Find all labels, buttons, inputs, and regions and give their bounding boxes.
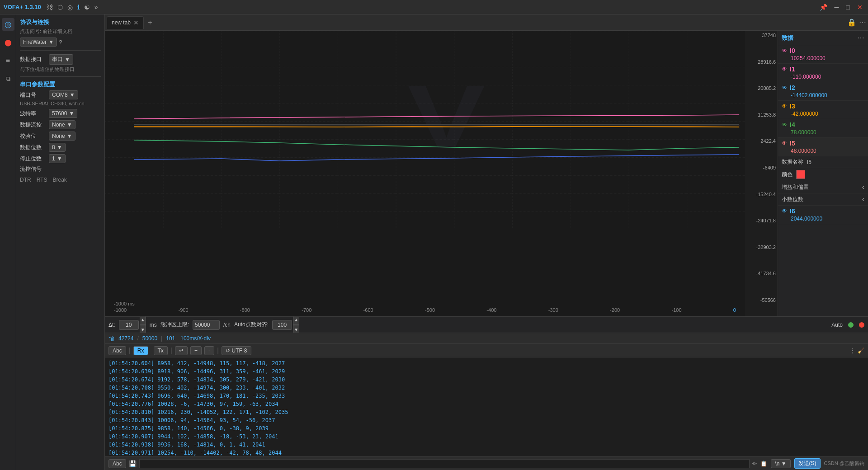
close-icon[interactable]: ✕ (855, 4, 864, 11)
save-icon[interactable]: 💾 (129, 460, 137, 467)
paste-icon[interactable]: 📋 (760, 461, 767, 467)
tab-more-icon[interactable]: ⋯ (859, 18, 866, 27)
pin-icon[interactable]: 📌 (818, 4, 829, 11)
channel-i1-name[interactable]: I1 (790, 66, 795, 73)
interface-dropdown[interactable]: 串口 ▼ (49, 54, 73, 65)
channel-i0-eye[interactable]: 👁 (782, 47, 787, 54)
channel-i5-name[interactable]: I5 (790, 140, 795, 147)
window-controls: 📌 ─ □ ✕ (818, 4, 864, 11)
channel-i4-name[interactable]: I4 (790, 121, 795, 128)
baud-dropdown[interactable]: 57600 ▼ (49, 109, 77, 118)
toolbar-target-icon[interactable]: ◎ (67, 4, 73, 11)
decimal-expand-icon[interactable]: ‹ (862, 195, 864, 203)
databits-dropdown[interactable]: 8 ▼ (49, 143, 66, 152)
interval: 101 (166, 335, 175, 342)
delta-t-input[interactable] (119, 320, 139, 330)
rts-button[interactable]: RTS (37, 177, 47, 183)
x-label-8: -200 (610, 307, 620, 313)
channel-i2-eye[interactable]: 👁 (782, 85, 787, 91)
channel-i3-name[interactable]: I3 (790, 103, 795, 110)
data-panel-header: 数据 ⋯ (778, 31, 868, 45)
auto-points-input[interactable] (272, 320, 292, 330)
x-label-6: -400 (486, 307, 496, 313)
break-button[interactable]: Break (52, 177, 66, 183)
x-label-10: 0 (733, 307, 736, 313)
channel-i0-name[interactable]: I0 (790, 47, 795, 54)
minimize-icon[interactable]: ─ (833, 4, 841, 11)
port-dropdown[interactable]: COM8 ▼ (49, 90, 78, 99)
toolbar-more-icon[interactable]: » (94, 4, 98, 11)
y-label-4: 2422.4 (745, 138, 776, 144)
format-button[interactable]: ↵ (175, 346, 188, 355)
interface-hint: 与下位机通信的物理接口 (20, 66, 101, 73)
brush-icon[interactable]: ✏ (752, 461, 757, 467)
toolbar-image-icon[interactable]: ⬡ (57, 4, 63, 11)
data-panel-more-icon[interactable]: ⋯ (857, 33, 864, 42)
flow-dropdown[interactable]: None ▼ (49, 120, 75, 129)
toolbar-fingerprint-icon[interactable]: ☯ (84, 4, 90, 11)
channel-i6-eye[interactable]: 👁 (782, 208, 787, 214)
serial-config-title[interactable]: 串口参数配置 (20, 80, 101, 89)
y-axis-labels: 37748 28916.6 20085.2 11253.8 2422.4 -64… (745, 31, 778, 316)
sidebar-icon-connection[interactable]: ◎ (2, 18, 14, 31)
icon-sidebar: ◎ ⬤ ≡ ⧉ (0, 14, 16, 470)
help-button[interactable]: ? (59, 39, 62, 46)
newline-button[interactable]: \n ▼ (771, 459, 790, 468)
per-ch-unit: /ch (223, 322, 231, 328)
dtr-button[interactable]: DTR (20, 177, 31, 183)
ms-unit: ms (150, 322, 157, 328)
channel-i3-eye[interactable]: 👁 (782, 103, 787, 109)
decimal-row: 小数位数 ‹ (778, 193, 868, 206)
gain-bias-row: 增益和偏置 ‹ (778, 181, 868, 193)
tab-bar-actions: 🔒 ⋯ (847, 18, 866, 27)
connection-section-title[interactable]: 协议与连接 (20, 18, 101, 26)
color-swatch[interactable] (796, 170, 805, 179)
console-input-field[interactable] (139, 459, 750, 468)
console-separator-4: | (217, 347, 219, 355)
buffer-input[interactable] (193, 320, 220, 330)
channel-i1-eye[interactable]: 👁 (782, 66, 787, 72)
trash-icon[interactable]: 🗑 (108, 335, 115, 342)
lock-icon[interactable]: 🔒 (847, 18, 856, 27)
x-div-label: 100ms/X-div (180, 335, 211, 342)
titlebar: VOFA+ 1.3.10 ⛓ ⬡ ◎ ℹ ☯ » 📌 ─ □ ✕ (0, 0, 868, 14)
protocol-dropdown[interactable]: FireWater ▼ (20, 38, 57, 47)
x-label-0: -1000 (114, 307, 127, 313)
console-more-icon[interactable]: ⋮ (849, 348, 855, 354)
red-indicator (859, 322, 864, 328)
channel-i5-eye[interactable]: 👁 (782, 140, 787, 146)
channel-i6-name[interactable]: I6 (790, 207, 795, 215)
channel-i2-name[interactable]: I2 (790, 84, 795, 91)
tx-button[interactable]: Tx (154, 346, 168, 355)
console-toolbar: Abc | Rx Tx | ↵ + - | ↺ UTF-8 ⋮ 🧹 (105, 344, 868, 357)
channel-i4-value: 78.000000 (791, 129, 864, 136)
abc-button[interactable]: Abc (108, 346, 126, 355)
tab-new[interactable]: new tab ✕ (107, 16, 144, 29)
parity-dropdown[interactable]: None ▼ (49, 132, 75, 141)
gain-bias-expand-icon[interactable]: ‹ (862, 183, 864, 191)
sidebar-icon-copy[interactable]: ⧉ (2, 72, 14, 85)
sidebar-icon-record[interactable]: ⬤ (2, 36, 14, 49)
green-indicator (848, 322, 854, 328)
abc-display-button[interactable]: Abc (108, 459, 126, 468)
tab-close-button[interactable]: ✕ (133, 19, 139, 26)
y-label-1: 28916.6 (745, 59, 776, 65)
send-button[interactable]: 发送(S) (794, 458, 821, 469)
sidebar-icon-menu[interactable]: ≡ (2, 54, 14, 67)
chart-container[interactable]: V (105, 31, 745, 316)
toolbar-link-icon[interactable]: ⛓ (47, 4, 53, 11)
console-line-0: [01:54:20.604] 8958, 412, -14948, 115, 1… (108, 359, 864, 367)
tab-add-button[interactable]: + (145, 17, 156, 28)
add-button[interactable]: + (190, 346, 202, 355)
stopbits-dropdown[interactable]: 1 ▼ (49, 154, 66, 163)
remove-button[interactable]: - (204, 346, 214, 355)
rx-button[interactable]: Rx (133, 346, 148, 355)
encoding-button[interactable]: ↺ UTF-8 (222, 346, 251, 355)
x-label-4: -600 (363, 307, 373, 313)
channel-i4-eye[interactable]: 👁 (782, 122, 787, 128)
maximize-icon[interactable]: □ (844, 4, 852, 11)
console-clear-icon[interactable]: 🧹 (858, 348, 864, 354)
stopbits-label: 停止位数 (20, 155, 47, 163)
toolbar-info-icon[interactable]: ℹ (77, 4, 80, 11)
console-area: Abc | Rx Tx | ↵ + - | ↺ UTF-8 ⋮ 🧹 (105, 343, 868, 470)
